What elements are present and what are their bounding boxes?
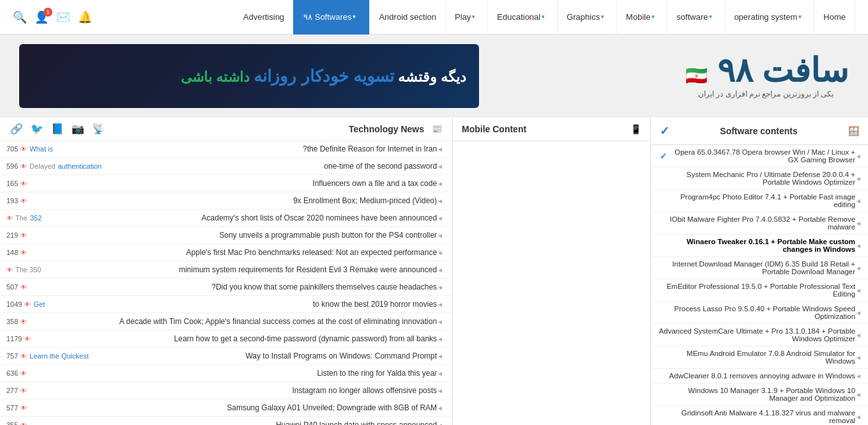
- three-columns: 🔗 🐦 📘 📷 📡 Technology News 📰 ◄ the Defini…: [0, 118, 868, 425]
- eye-icon: 👁: [6, 267, 13, 274]
- instagram-icon[interactable]: 📷: [72, 123, 84, 135]
- banner-area: دیگه وقتشه تسویه خودکار روزانه داشته باش…: [0, 35, 868, 118]
- nav-software[interactable]: software ▼: [667, 0, 725, 35]
- list-item[interactable]: ◄ Instagram no longer allows offensive p…: [0, 382, 452, 399]
- arrow-icon: ◄: [855, 332, 862, 339]
- list-item[interactable]: ◄ MEmu Android Emulator 7.0.8 Android Si…: [651, 346, 868, 369]
- arrow-icon: ◄: [437, 370, 443, 377]
- list-item[interactable]: ◄ A decade with Tim Cook; Apple's financ…: [0, 313, 452, 330]
- nav-links: Advertising ۹۸ Softwares ▼ Android secti…: [234, 0, 855, 35]
- arrow-icon: ◄: [437, 180, 443, 187]
- list-item[interactable]: ◄ minimum system requirements for Reside…: [0, 261, 452, 279]
- list-item[interactable]: ◄ Way to Install Programs on Windows: Co…: [0, 348, 452, 365]
- nav-graphics[interactable]: Graphics ▼: [558, 0, 617, 35]
- list-item[interactable]: ◄ IObit Malware Fighter Pro 7.4.0.5832 +…: [651, 212, 868, 235]
- arrow-icon: ◄: [855, 354, 862, 361]
- list-item[interactable]: ◄ AdwCleaner 8.0.1 removes annoying adwa…: [651, 369, 868, 383]
- list-item[interactable]: ◄ Advanced SystemCare Ultimate + Pro 13.…: [651, 324, 868, 346]
- list-item[interactable]: ◄ Influencers own a file and a tax code …: [0, 175, 452, 192]
- eye-icon: 👁: [20, 249, 27, 256]
- software-column: ✓ Software contents 🪟 ◄ Opera 65.0.3467.…: [651, 118, 868, 425]
- tech-news-column: 🔗 🐦 📘 📷 📡 Technology News 📰 ◄ the Defini…: [0, 118, 453, 425]
- newspaper-icon: 📰: [432, 124, 442, 134]
- arrow-icon: ◄: [437, 197, 443, 205]
- banner-text: دیگه وقتشه تسویه خودکار روزانه داشته باش…: [181, 66, 466, 86]
- nav-android[interactable]: Android section: [370, 0, 446, 35]
- arrow-icon: ◄: [855, 287, 862, 294]
- search-icon[interactable]: 🔍: [13, 10, 27, 24]
- eye-icon: 👁: [20, 146, 27, 153]
- list-item[interactable]: ◄ one-time of the second password authen…: [0, 158, 452, 175]
- arrow-icon: ◄: [437, 146, 443, 153]
- nav-play[interactable]: Play ▼: [446, 0, 488, 35]
- list-item[interactable]: ◄ 9x Enrollment Box; Medium-priced (Vide…: [0, 192, 452, 210]
- list-item[interactable]: ◄ Internet Download Manager (IDM) 6.35 B…: [651, 257, 868, 279]
- list-item[interactable]: ◄ Gridinsoft Anti Malware 4.1.18.327 vir…: [651, 406, 868, 425]
- chevron-icon: ▼: [650, 14, 655, 20]
- list-item[interactable]: ◄ Huawei P40 launch date with specs anno…: [0, 417, 452, 425]
- arrow-icon: ◄: [437, 422, 443, 426]
- list-item[interactable]: ◄ Listen to the ring for Yalda this year…: [0, 365, 452, 382]
- list-item[interactable]: ◄ Learn how to get a second-time passwor…: [0, 330, 452, 348]
- mobile-content-column: Mobile Content 📱: [453, 118, 651, 425]
- eye-icon: 👁: [20, 405, 27, 412]
- arrow-icon: ◄: [855, 220, 862, 227]
- list-item[interactable]: ◄ the Definite Reason for Internet in Ir…: [0, 141, 452, 158]
- list-item[interactable]: ◄ Academy's short lists of Oscar 2020 no…: [0, 210, 452, 227]
- arrow-icon: ◄: [855, 309, 862, 316]
- nav-os[interactable]: operating system ▼: [725, 0, 814, 35]
- list-item[interactable]: ◄ Sony unveils a programmable push butto…: [0, 227, 452, 244]
- eye-icon: 👁: [20, 197, 27, 205]
- software-header-label: Software contents: [720, 126, 797, 136]
- eye-icon: 👁: [20, 353, 27, 360]
- mobile-col-header: Mobile Content 📱: [453, 118, 650, 141]
- twitter-icon[interactable]: 🐦: [31, 123, 43, 135]
- external-link-icon[interactable]: 🔗: [10, 123, 23, 135]
- eye-icon: 👁: [24, 301, 31, 308]
- list-item[interactable]: ◄ Did you know that some painkillers the…: [0, 279, 452, 296]
- nav-educational[interactable]: Educational ▼: [488, 0, 558, 35]
- list-item[interactable]: ◄ System Mechanic Pro / Ultimate Defense…: [651, 167, 868, 190]
- arrow-icon: ◄: [855, 153, 862, 160]
- eye-icon: 👁: [20, 318, 27, 325]
- banner-image[interactable]: دیگه وقتشه تسویه خودکار روزانه داشته باش…: [19, 44, 479, 108]
- list-item[interactable]: ◄ Windows 10 Manager 3.1.9 + Portable Wi…: [651, 383, 868, 406]
- list-item[interactable]: ◄ Opera 65.0.3467.78 Opera browser Win /…: [651, 145, 868, 167]
- arrow-icon: ◄: [437, 318, 443, 325]
- nav-icons: 🔍 👤 1 ✉️ 🔔: [13, 10, 92, 24]
- nav-softwares[interactable]: ۹۸ Softwares ▼: [293, 0, 370, 35]
- arrow-icon: ◄: [437, 387, 443, 394]
- software-col-header: ✓ Software contents 🪟: [651, 118, 868, 145]
- arrow-icon: ◄: [855, 197, 862, 205]
- arrow-icon: ◄: [855, 175, 862, 182]
- news-list: ◄ the Definite Reason for Internet in Ir…: [0, 141, 452, 425]
- eye-icon: 👁: [20, 180, 27, 187]
- rss-icon[interactable]: 📡: [92, 123, 105, 135]
- list-item[interactable]: ◄ to know the best 2019 horror movies Ge…: [0, 296, 452, 313]
- user-icon[interactable]: 👤 1: [34, 10, 49, 24]
- nav-home[interactable]: Home: [814, 0, 855, 35]
- eye-icon: 👁: [20, 387, 27, 394]
- arrow-icon: ◄: [437, 215, 443, 222]
- list-item[interactable]: ◄ Program4pc Photo Editor 7.4.1 + Portab…: [651, 190, 868, 212]
- arrow-icon: ◄: [855, 391, 862, 398]
- main-content: 🔗 🐦 📘 📷 📡 Technology News 📰 ◄ the Defini…: [0, 118, 868, 425]
- facebook-icon[interactable]: 📘: [51, 123, 64, 135]
- bell-icon[interactable]: 🔔: [78, 10, 92, 24]
- chevron-icon: ▼: [471, 14, 476, 20]
- social-bar: 🔗 🐦 📘 📷 📡 Technology News 📰: [0, 118, 452, 141]
- tech-news-header: Technology News: [349, 124, 424, 134]
- mail-icon[interactable]: ✉️: [56, 10, 70, 24]
- list-item[interactable]: ◄ Process Lasso Pro 9.5.0.40 + Portable …: [651, 302, 868, 324]
- chevron-icon: ▼: [540, 14, 545, 20]
- arrow-icon: ◄: [437, 249, 443, 256]
- arrow-icon: ◄: [855, 373, 862, 380]
- arrow-icon: ◄: [437, 353, 443, 360]
- list-item[interactable]: ◄ Apple's first Mac Pro benchmarks relea…: [0, 244, 452, 261]
- chevron-icon: ▼: [708, 14, 713, 20]
- nav-advertising[interactable]: Advertising: [234, 0, 293, 35]
- list-item[interactable]: ◄ Samsung Galaxy A01 Unveiled; Downgrade…: [0, 399, 452, 417]
- list-item[interactable]: ◄ EmEditor Professional 19.5.0 + Portabl…: [651, 279, 868, 302]
- list-item[interactable]: ◄ Winaero Tweaker 0.16.1 + Portable Make…: [651, 235, 868, 257]
- nav-mobile[interactable]: Mobile ▼: [617, 0, 667, 35]
